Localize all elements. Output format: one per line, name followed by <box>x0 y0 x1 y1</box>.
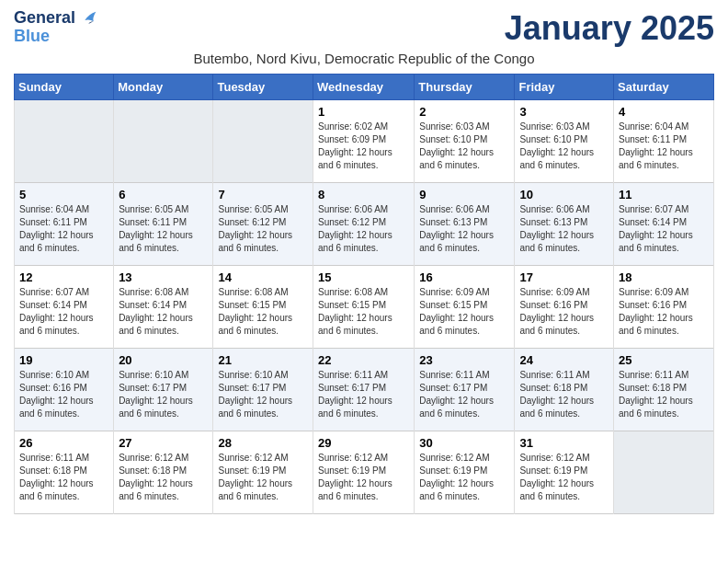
logo-bird-icon <box>80 9 98 28</box>
calendar-cell: 26Sunrise: 6:11 AM Sunset: 6:18 PM Dayli… <box>15 431 114 514</box>
calendar-cell: 13Sunrise: 6:08 AM Sunset: 6:14 PM Dayli… <box>114 266 213 349</box>
calendar-cell <box>614 431 714 514</box>
day-info: Sunrise: 6:10 AM Sunset: 6:17 PM Dayligh… <box>218 369 308 420</box>
calendar-cell: 14Sunrise: 6:08 AM Sunset: 6:15 PM Dayli… <box>213 266 313 349</box>
calendar-cell: 23Sunrise: 6:11 AM Sunset: 6:17 PM Dayli… <box>415 349 515 431</box>
day-number: 4 <box>619 105 709 119</box>
day-info: Sunrise: 6:11 AM Sunset: 6:18 PM Dayligh… <box>19 452 108 503</box>
day-info: Sunrise: 6:03 AM Sunset: 6:10 PM Dayligh… <box>419 121 509 172</box>
calendar-cell: 25Sunrise: 6:11 AM Sunset: 6:18 PM Dayli… <box>614 349 714 431</box>
day-number: 2 <box>419 105 509 119</box>
calendar-cell: 24Sunrise: 6:11 AM Sunset: 6:18 PM Dayli… <box>515 349 614 431</box>
day-number: 14 <box>218 270 308 284</box>
day-number: 7 <box>218 188 308 201</box>
day-info: Sunrise: 6:06 AM Sunset: 6:12 PM Dayligh… <box>318 203 409 255</box>
calendar-table: SundayMondayTuesdayWednesdayThursdayFrid… <box>14 74 714 514</box>
day-number: 11 <box>619 188 709 201</box>
day-info: Sunrise: 6:06 AM Sunset: 6:13 PM Dayligh… <box>519 203 609 255</box>
weekday-header: Sunday <box>15 75 114 100</box>
day-number: 16 <box>419 270 509 284</box>
day-info: Sunrise: 6:08 AM Sunset: 6:15 PM Dayligh… <box>218 286 308 338</box>
weekday-header: Tuesday <box>213 75 313 100</box>
calendar-week-row: 5Sunrise: 6:04 AM Sunset: 6:11 PM Daylig… <box>15 183 714 266</box>
day-number: 8 <box>318 188 409 201</box>
day-number: 17 <box>519 270 609 284</box>
day-info: Sunrise: 6:09 AM Sunset: 6:15 PM Dayligh… <box>419 286 509 338</box>
calendar-cell: 5Sunrise: 6:04 AM Sunset: 6:11 PM Daylig… <box>15 183 114 266</box>
calendar-cell <box>114 100 213 183</box>
calendar-cell: 4Sunrise: 6:04 AM Sunset: 6:11 PM Daylig… <box>614 100 714 183</box>
page-header: General Blue January 2025 <box>14 9 714 51</box>
calendar-week-row: 1Sunrise: 6:02 AM Sunset: 6:09 PM Daylig… <box>15 100 714 183</box>
day-number: 9 <box>419 188 509 201</box>
weekday-header: Thursday <box>415 75 515 100</box>
day-number: 22 <box>318 353 409 367</box>
day-number: 25 <box>619 353 709 367</box>
day-number: 21 <box>218 353 308 367</box>
day-number: 10 <box>519 188 609 201</box>
calendar-cell: 15Sunrise: 6:08 AM Sunset: 6:15 PM Dayli… <box>313 266 415 349</box>
day-number: 24 <box>519 353 609 367</box>
day-number: 27 <box>119 436 208 450</box>
day-info: Sunrise: 6:03 AM Sunset: 6:10 PM Dayligh… <box>519 121 609 172</box>
day-info: Sunrise: 6:12 AM Sunset: 6:19 PM Dayligh… <box>218 452 308 503</box>
calendar-cell: 31Sunrise: 6:12 AM Sunset: 6:19 PM Dayli… <box>515 431 614 514</box>
calendar-cell: 3Sunrise: 6:03 AM Sunset: 6:10 PM Daylig… <box>515 100 614 183</box>
calendar-cell: 12Sunrise: 6:07 AM Sunset: 6:14 PM Dayli… <box>15 266 114 349</box>
day-number: 30 <box>419 436 509 450</box>
day-info: Sunrise: 6:02 AM Sunset: 6:09 PM Dayligh… <box>318 121 409 172</box>
day-info: Sunrise: 6:09 AM Sunset: 6:16 PM Dayligh… <box>619 286 709 338</box>
day-number: 26 <box>19 436 108 450</box>
day-number: 3 <box>519 105 609 119</box>
day-info: Sunrise: 6:06 AM Sunset: 6:13 PM Dayligh… <box>419 203 509 255</box>
calendar-cell: 6Sunrise: 6:05 AM Sunset: 6:11 PM Daylig… <box>114 183 213 266</box>
logo: General Blue <box>14 9 98 46</box>
calendar-cell: 19Sunrise: 6:10 AM Sunset: 6:16 PM Dayli… <box>15 349 114 431</box>
day-info: Sunrise: 6:10 AM Sunset: 6:16 PM Dayligh… <box>19 369 108 420</box>
day-info: Sunrise: 6:04 AM Sunset: 6:11 PM Dayligh… <box>19 203 108 255</box>
day-info: Sunrise: 6:11 AM Sunset: 6:18 PM Dayligh… <box>519 369 609 420</box>
day-info: Sunrise: 6:05 AM Sunset: 6:12 PM Dayligh… <box>218 203 308 255</box>
calendar-cell: 21Sunrise: 6:10 AM Sunset: 6:17 PM Dayli… <box>213 349 313 431</box>
weekday-header: Saturday <box>614 75 714 100</box>
calendar-cell: 2Sunrise: 6:03 AM Sunset: 6:10 PM Daylig… <box>415 100 515 183</box>
calendar-cell: 27Sunrise: 6:12 AM Sunset: 6:18 PM Dayli… <box>114 431 213 514</box>
calendar-cell <box>15 100 114 183</box>
day-number: 28 <box>218 436 308 450</box>
day-info: Sunrise: 6:09 AM Sunset: 6:16 PM Dayligh… <box>519 286 609 338</box>
day-info: Sunrise: 6:08 AM Sunset: 6:14 PM Dayligh… <box>119 286 208 338</box>
calendar-header-row: SundayMondayTuesdayWednesdayThursdayFrid… <box>15 75 714 100</box>
calendar-week-row: 19Sunrise: 6:10 AM Sunset: 6:16 PM Dayli… <box>15 349 714 431</box>
calendar-week-row: 12Sunrise: 6:07 AM Sunset: 6:14 PM Dayli… <box>15 266 714 349</box>
day-number: 6 <box>119 188 208 201</box>
day-info: Sunrise: 6:07 AM Sunset: 6:14 PM Dayligh… <box>19 286 108 338</box>
day-info: Sunrise: 6:11 AM Sunset: 6:17 PM Dayligh… <box>318 369 409 420</box>
calendar-cell: 20Sunrise: 6:10 AM Sunset: 6:17 PM Dayli… <box>114 349 213 431</box>
calendar-cell: 29Sunrise: 6:12 AM Sunset: 6:19 PM Dayli… <box>313 431 415 514</box>
weekday-header: Monday <box>114 75 213 100</box>
day-number: 31 <box>519 436 609 450</box>
day-info: Sunrise: 6:07 AM Sunset: 6:14 PM Dayligh… <box>619 203 709 255</box>
calendar-cell: 22Sunrise: 6:11 AM Sunset: 6:17 PM Dayli… <box>313 349 415 431</box>
weekday-header: Friday <box>515 75 614 100</box>
calendar-cell: 1Sunrise: 6:02 AM Sunset: 6:09 PM Daylig… <box>313 100 415 183</box>
day-number: 15 <box>318 270 409 284</box>
calendar-cell: 16Sunrise: 6:09 AM Sunset: 6:15 PM Dayli… <box>415 266 515 349</box>
calendar-cell: 30Sunrise: 6:12 AM Sunset: 6:19 PM Dayli… <box>415 431 515 514</box>
day-info: Sunrise: 6:05 AM Sunset: 6:11 PM Dayligh… <box>119 203 208 255</box>
day-number: 1 <box>318 105 409 119</box>
calendar-cell: 18Sunrise: 6:09 AM Sunset: 6:16 PM Dayli… <box>614 266 714 349</box>
day-number: 19 <box>19 353 108 367</box>
logo-blue: Blue <box>14 28 98 46</box>
calendar-subtitle: Butembo, Nord Kivu, Democratic Republic … <box>14 51 714 66</box>
day-number: 13 <box>119 270 208 284</box>
day-number: 29 <box>318 436 409 450</box>
day-info: Sunrise: 6:12 AM Sunset: 6:19 PM Dayligh… <box>519 452 609 503</box>
calendar-cell: 9Sunrise: 6:06 AM Sunset: 6:13 PM Daylig… <box>415 183 515 266</box>
calendar-cell: 11Sunrise: 6:07 AM Sunset: 6:14 PM Dayli… <box>614 183 714 266</box>
calendar-cell: 10Sunrise: 6:06 AM Sunset: 6:13 PM Dayli… <box>515 183 614 266</box>
day-number: 18 <box>619 270 709 284</box>
calendar-cell: 8Sunrise: 6:06 AM Sunset: 6:12 PM Daylig… <box>313 183 415 266</box>
calendar-cell: 17Sunrise: 6:09 AM Sunset: 6:16 PM Dayli… <box>515 266 614 349</box>
calendar-title: January 2025 <box>505 9 714 48</box>
